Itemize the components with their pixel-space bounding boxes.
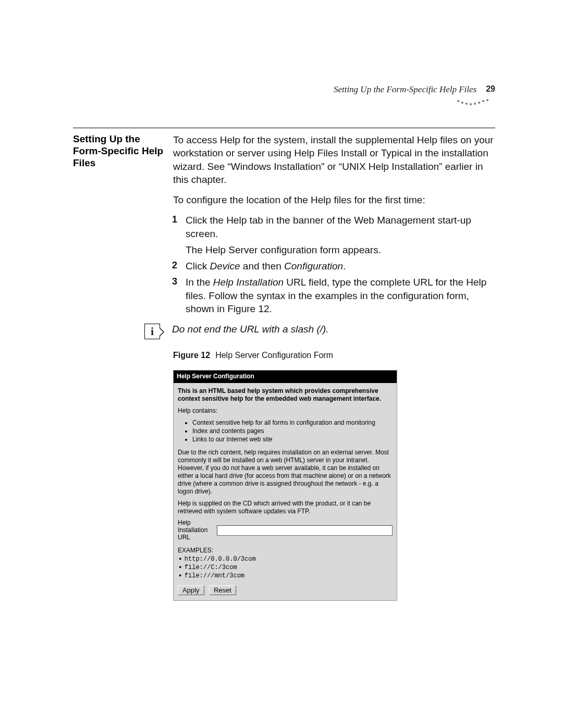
reset-button[interactable]: Reset <box>209 585 236 595</box>
examples-label: EXAMPLES: <box>178 547 393 555</box>
screenshot-bullet: Context sensitive help for all forms in … <box>192 419 393 427</box>
example-item: http://0.0.0.0/3com <box>179 555 393 563</box>
intro-paragraph-2: To configure the location of the Help fi… <box>173 193 495 206</box>
running-header: Setting Up the Form-Specific Help Files … <box>334 84 495 95</box>
step-1: 1 Click the Help tab in the banner of th… <box>173 214 495 256</box>
info-icon: i <box>144 324 160 339</box>
step-text-pre: In the <box>186 277 213 288</box>
screenshot-intro: This is an HTML based help system which … <box>178 387 393 403</box>
screenshot-paragraph: Due to the rich content, help requires i… <box>178 449 393 496</box>
step-em-help-installation: Help Installation <box>213 277 284 288</box>
step-em-configuration: Configuration <box>284 261 343 272</box>
example-item: file:///mnt/3com <box>179 572 393 580</box>
info-note-text: Do not end the URL with a slash (/). <box>172 323 329 336</box>
help-url-input[interactable] <box>217 525 393 536</box>
figure-caption: Figure 12Help Server Configuration Form <box>173 350 495 361</box>
section-rule <box>73 128 495 128</box>
screenshot-titlebar: Help Server Configuration <box>174 371 397 383</box>
screenshot-bullet: Links to our Internet web site <box>192 436 393 444</box>
figure-caption-text: Help Server Configuration Form <box>215 351 333 360</box>
step-number: 3 <box>172 276 177 288</box>
step-aux: The Help Server configuration form appea… <box>186 243 495 256</box>
info-note: i Do not end the URL with a slash (/). <box>144 323 495 339</box>
body-column: To access Help for the system, install t… <box>173 133 495 601</box>
step-2: 2 Click Device and then Configuration. <box>173 260 495 273</box>
apply-button[interactable]: Apply <box>178 585 204 595</box>
running-header-title: Setting Up the Form-Specific Help Files <box>334 84 476 95</box>
header-ornament-dots <box>456 96 495 104</box>
embedded-screenshot: Help Server Configuration This is an HTM… <box>173 370 397 601</box>
step-text: Click the Help tab in the banner of the … <box>186 215 471 239</box>
step-list: 1 Click the Help tab in the banner of th… <box>173 214 495 315</box>
screenshot-paragraph: Help is supplied on the CD which arrived… <box>178 500 393 515</box>
figure-label: Figure 12 <box>173 351 210 360</box>
step-text-pre: Click <box>186 261 210 272</box>
screenshot-bullet-list: Context sensitive help for all forms in … <box>192 419 393 443</box>
intro-paragraph-1: To access Help for the system, install t… <box>173 133 495 186</box>
examples-list: http://0.0.0.0/3com file://C:/3com file:… <box>179 555 393 581</box>
step-number: 1 <box>172 214 177 226</box>
step-text-post: . <box>343 261 346 272</box>
page-number: 29 <box>486 84 495 94</box>
example-item: file://C:/3com <box>179 563 393 572</box>
step-text-mid: and then <box>240 261 285 272</box>
section-heading: Setting Up the Form-Specific Help Files <box>73 133 167 169</box>
help-url-label: Help Installation URL <box>178 520 217 541</box>
step-em-device: Device <box>210 261 240 272</box>
step-3: 3 In the Help Installation URL field, ty… <box>173 276 495 315</box>
screenshot-bullet: Index and contents pages <box>192 427 393 436</box>
screenshot-contains-label: Help contains: <box>178 407 393 415</box>
step-number: 2 <box>172 260 177 272</box>
